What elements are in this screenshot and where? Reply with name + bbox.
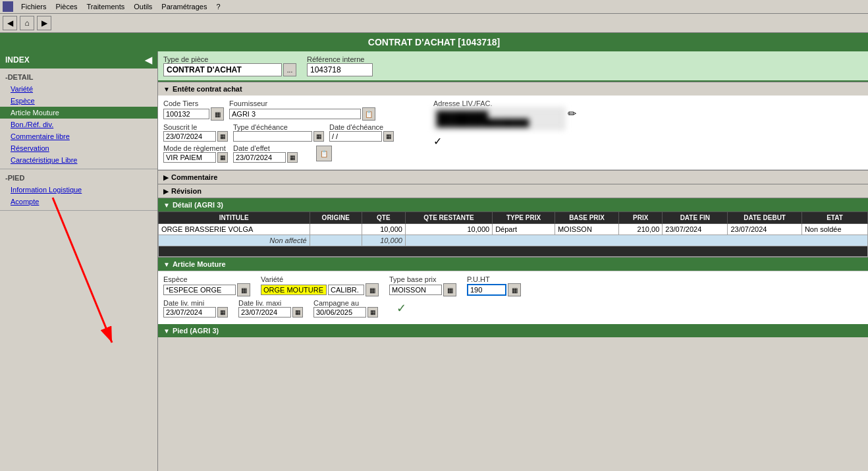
table-row[interactable]: ORGE BRASSERIE VOLGA 10,000 10,000 Dépar… <box>159 224 868 235</box>
fournisseur-label: Fournisseur <box>229 99 375 107</box>
puht-input[interactable] <box>467 284 506 296</box>
home-button[interactable]: ⌂ <box>20 16 34 30</box>
date-echeance-input[interactable] <box>329 131 382 142</box>
date-liv-mini-label: Date liv. mini <box>163 299 228 307</box>
app-logo <box>3 1 13 12</box>
revision-title: Révision <box>171 187 202 195</box>
sidebar-section-pied-label: -PIED <box>0 172 157 184</box>
adresse-value: ████████████████████████████ <box>433 107 565 130</box>
type-piece-dots-button[interactable]: ... <box>283 63 296 76</box>
cell-base-prix: MOISSON <box>555 224 618 235</box>
title-bar: CONTRAT D'ACHAT [1043718] <box>0 33 868 51</box>
menu-outils[interactable]: Outils <box>130 1 156 12</box>
campagne-au-field: Campagne au ▦ <box>313 299 378 318</box>
empty-row <box>159 246 868 257</box>
cell-qte: 10,000 <box>362 224 405 235</box>
commentaire-header: ▶ Commentaire <box>158 170 868 184</box>
date-liv-maxi-label: Date liv. maxi <box>238 299 303 307</box>
col-date-debut: DATE DEBUT <box>728 212 802 224</box>
souscrit-cal-button[interactable]: ▦ <box>217 131 228 142</box>
sidebar-item-commentaire-libre[interactable]: Commentaire libre <box>0 130 157 142</box>
puht-label: P.U.HT <box>467 275 521 283</box>
menubar: Fichiers Pièces Traitements Outils Param… <box>0 0 868 14</box>
ref-interne-section: Référence interne <box>307 55 373 76</box>
fournisseur-copy-button[interactable]: 📋 <box>362 107 375 121</box>
article-row2: Date liv. mini ▦ Date liv. maxi ▦ Campag… <box>163 299 863 318</box>
toolbar: ◀ ⌂ ▶ <box>0 14 868 33</box>
sidebar-item-variete[interactable]: Variété <box>0 83 157 95</box>
campagne-au-cal[interactable]: ▦ <box>367 307 378 318</box>
type-echeance-input[interactable] <box>233 131 312 142</box>
validate-icon[interactable]: ✓ <box>396 301 406 316</box>
puht-button[interactable]: ▦ <box>508 283 521 296</box>
sidebar-item-bon-ref[interactable]: Bon./Réf. div. <box>0 119 157 130</box>
variete-suffix-input[interactable] <box>328 285 364 295</box>
col-date-fin: DATE FIN <box>663 212 728 224</box>
sidebar-item-article-mouture[interactable]: Article Mouture <box>0 107 157 119</box>
cell-origine <box>310 224 362 235</box>
type-base-prix-label: Type base prix <box>389 275 456 283</box>
sidebar-item-info-logistique[interactable]: Information Logistique <box>0 184 157 196</box>
variete-button[interactable]: ▦ <box>366 283 379 296</box>
col-base-prix: BASE PRIX <box>555 212 618 224</box>
date-echeance-label: Date d'échéance <box>329 123 394 131</box>
fournisseur-input[interactable] <box>229 109 361 119</box>
forward-button[interactable]: ▶ <box>37 16 51 30</box>
date-effet-input[interactable] <box>233 152 286 163</box>
sidebar-collapse-button[interactable]: ◀ <box>145 55 152 65</box>
espece-input[interactable] <box>163 285 236 295</box>
sidebar-section-detail-label: -DETAIL <box>0 71 157 83</box>
cell-intitule: ORGE BRASSERIE VOLGA <box>159 224 310 235</box>
code-tiers-label: Code Tiers <box>163 99 224 107</box>
check-icon: ✓ <box>433 136 442 147</box>
code-tiers-input[interactable] <box>163 109 209 119</box>
col-origine: ORIGINE <box>310 212 362 224</box>
date-liv-mini-cal[interactable]: ▦ <box>217 307 228 318</box>
main-layout: INDEX ◀ -DETAIL Variété Espèce Article M… <box>0 51 868 471</box>
edit-address-icon[interactable]: ✏ <box>568 107 576 120</box>
mode-reglement-input[interactable] <box>163 152 216 163</box>
date-effet-cal-button[interactable]: ▦ <box>287 152 298 163</box>
sidebar-item-acompte[interactable]: Acompte <box>0 196 157 208</box>
entete-form: Code Tiers ▦ Fournisseur 📋 <box>158 96 868 170</box>
menu-traitements[interactable]: Traitements <box>83 1 129 12</box>
sub-qte: 10,000 <box>362 235 405 246</box>
cell-type-prix: Départ <box>493 224 555 235</box>
type-base-prix-input[interactable] <box>389 285 442 295</box>
code-tiers-row: Code Tiers ▦ Fournisseur 📋 <box>163 99 394 121</box>
sidebar-section-pied: -PIED Information Logistique Acompte <box>0 169 157 211</box>
sidebar-item-espece[interactable]: Espèce <box>0 95 157 107</box>
article-mouture-triangle: ▼ <box>163 261 170 268</box>
revision-header: ▶ Révision <box>158 184 868 198</box>
date-liv-maxi-cal[interactable]: ▦ <box>292 307 303 318</box>
menu-help[interactable]: ? <box>212 1 224 12</box>
mode-reglement-button[interactable]: ▦ <box>217 152 228 163</box>
campagne-au-input[interactable] <box>313 307 366 318</box>
type-base-prix-button[interactable]: ▦ <box>443 283 456 296</box>
variete-input[interactable] <box>261 285 327 295</box>
menu-pieces[interactable]: Pièces <box>52 1 82 12</box>
espece-button[interactable]: ▦ <box>237 283 250 296</box>
type-echeance-button[interactable]: ▦ <box>313 131 324 142</box>
back-button[interactable]: ◀ <box>3 16 17 30</box>
type-piece-input[interactable] <box>163 63 282 76</box>
empty-cell <box>159 246 868 257</box>
sidebar-title: INDEX ◀ <box>0 51 157 69</box>
souscrit-row: Souscrit le ▦ Type d'échéance ▦ <box>163 123 394 142</box>
sidebar-item-caracteristique-libre[interactable]: Caractéristique Libre <box>0 154 157 166</box>
souscrit-le-input[interactable] <box>163 131 216 142</box>
reglement-action-button[interactable]: 📋 <box>316 146 332 161</box>
code-tiers-button[interactable]: ▦ <box>211 107 224 121</box>
date-liv-mini-input[interactable] <box>163 307 216 318</box>
menu-parametrages[interactable]: Paramétrages <box>157 1 211 12</box>
date-liv-maxi-input[interactable] <box>238 307 291 318</box>
detail-triangle: ▼ <box>163 202 170 209</box>
sub-rest <box>405 235 867 246</box>
sidebar-item-reservation[interactable]: Réservation <box>0 142 157 154</box>
menu-fichiers[interactable]: Fichiers <box>17 1 51 12</box>
doc-type-section: Type de pièce ... <box>163 55 296 76</box>
date-effet-label: Date d'effet <box>233 144 298 152</box>
article-mouture-title: Article Mouture <box>173 260 226 268</box>
date-echeance-cal-button[interactable]: ▦ <box>383 131 394 142</box>
ref-interne-input[interactable] <box>307 63 373 76</box>
